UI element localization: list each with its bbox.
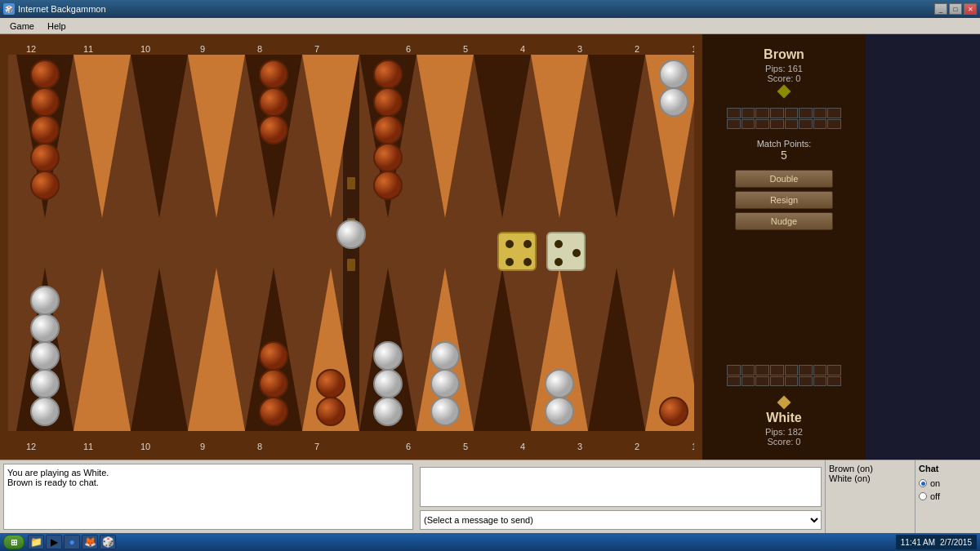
radio-off-row: off [919, 491, 977, 501]
svg-point-85 [572, 249, 581, 257]
menu-help[interactable]: Help [41, 20, 73, 33]
menu-bar: Game Help [0, 18, 980, 34]
radio-off-indicator[interactable] [919, 492, 927, 500]
svg-text:8: 8 [257, 44, 262, 54]
svg-point-58 [337, 220, 365, 248]
svg-point-56 [374, 144, 402, 171]
online-user2: White (on) [829, 473, 911, 483]
svg-point-76 [546, 370, 573, 398]
svg-point-86 [555, 258, 563, 266]
chat-log: You are playing as White. Brown is ready… [3, 464, 413, 530]
taskbar-explorer[interactable]: 📁 [28, 535, 44, 549]
white-pips: Pips: 182 [765, 427, 803, 437]
svg-point-77 [660, 398, 688, 425]
radio-on-row: on [919, 478, 977, 488]
nudge-button[interactable]: Nudge [735, 212, 833, 230]
chat-panel-label: Chat [919, 464, 977, 473]
svg-point-47 [31, 171, 59, 199]
double-button[interactable]: Double [735, 170, 833, 188]
svg-point-54 [374, 88, 402, 116]
taskbar-date: 2/7/2015 [940, 538, 972, 547]
radio-off-label: off [930, 491, 940, 501]
right-panel: Brown Pips: 161 Score: 0 Match [702, 34, 866, 460]
online-panel: Brown (on) White (on) [825, 460, 915, 533]
online-user1: Brown (on) [829, 464, 911, 473]
svg-point-69 [374, 398, 402, 425]
svg-text:7: 7 [314, 442, 319, 451]
svg-text:3: 3 [577, 442, 582, 451]
brown-score: Score: 0 [768, 73, 801, 83]
brown-diamond [777, 85, 791, 99]
svg-text:12: 12 [26, 442, 36, 451]
white-name: White [766, 411, 802, 425]
white-section: White Pips: 182 Score: 0 [710, 389, 858, 451]
svg-point-73 [431, 370, 459, 398]
taskbar-game[interactable]: 🎲 [100, 535, 116, 549]
svg-point-48 [660, 60, 688, 88]
taskbar-media[interactable]: ▶ [46, 535, 62, 549]
chat-panel-right: Chat on off [915, 460, 980, 533]
brown-name: Brown [764, 47, 804, 62]
chat-line2: Brown is ready to chat. [7, 478, 409, 487]
radio-on-label: on [930, 478, 940, 488]
svg-point-50 [260, 60, 287, 88]
svg-text:9: 9 [200, 442, 205, 451]
taskbar-time: 11:41 AM [901, 538, 935, 547]
svg-point-52 [260, 116, 287, 144]
close-button[interactable]: ✕ [964, 3, 977, 15]
maximize-button[interactable]: □ [949, 3, 962, 15]
svg-point-75 [546, 398, 573, 425]
match-points: Match Points: 5 [757, 139, 812, 162]
taskbar-firefox[interactable]: 🦊 [82, 535, 98, 549]
svg-point-67 [317, 398, 345, 425]
svg-text:11: 11 [83, 442, 93, 451]
svg-text:9: 9 [200, 44, 205, 54]
menu-game[interactable]: Game [3, 20, 41, 33]
svg-text:3: 3 [577, 44, 582, 54]
brown-pips: Pips: 161 [765, 64, 803, 73]
brown-section: Brown Pips: 161 Score: 0 [710, 42, 858, 104]
svg-text:6: 6 [406, 44, 411, 54]
bottom-panel: You are playing as White. Brown is ready… [0, 460, 980, 533]
svg-text:4: 4 [520, 442, 525, 451]
taskbar-chrome[interactable]: ● [64, 535, 80, 549]
svg-point-62 [31, 314, 59, 342]
svg-text:8: 8 [257, 442, 262, 451]
svg-point-64 [260, 398, 287, 425]
game-area: 12 11 10 9 8 7 6 5 4 3 2 1 [0, 34, 980, 460]
svg-text:11: 11 [83, 44, 93, 54]
svg-point-82 [523, 258, 532, 266]
svg-point-55 [374, 116, 402, 144]
resign-button[interactable]: Resign [735, 191, 833, 209]
match-points-value: 5 [757, 149, 812, 162]
chat-input-area: (Select a message to send) [420, 464, 822, 530]
board-container: 12 11 10 9 8 7 6 5 4 3 2 1 [0, 34, 702, 460]
svg-point-45 [31, 116, 59, 144]
svg-text:4: 4 [520, 44, 525, 54]
board-svg [8, 55, 694, 431]
svg-rect-16 [347, 177, 355, 189]
svg-point-74 [431, 342, 459, 370]
svg-point-44 [31, 88, 59, 116]
svg-point-71 [374, 342, 402, 370]
svg-text:10: 10 [140, 44, 150, 54]
chat-select[interactable]: (Select a message to send) [420, 510, 822, 530]
taskbar-clock: 11:41 AM 2/7/2015 [896, 535, 977, 549]
svg-point-49 [660, 88, 688, 116]
svg-point-84 [555, 240, 563, 248]
radio-on-indicator[interactable] [919, 479, 927, 487]
board-numbers-bottom: 12 11 10 9 8 7 6 5 4 3 2 1 [8, 436, 694, 456]
svg-point-80 [523, 240, 532, 248]
start-button[interactable]: ⊞ [3, 535, 24, 549]
svg-text:7: 7 [314, 44, 319, 54]
svg-point-72 [431, 398, 459, 425]
svg-point-79 [506, 240, 514, 248]
chat-line1: You are playing as White. [7, 468, 409, 478]
minimize-button[interactable]: _ [934, 3, 947, 15]
svg-point-59 [31, 398, 59, 425]
svg-point-61 [31, 342, 59, 370]
svg-point-70 [374, 370, 402, 398]
svg-rect-18 [347, 259, 355, 271]
title-bar: 🎲 Internet Backgammon _ □ ✕ [0, 0, 980, 18]
svg-text:2: 2 [635, 442, 639, 451]
